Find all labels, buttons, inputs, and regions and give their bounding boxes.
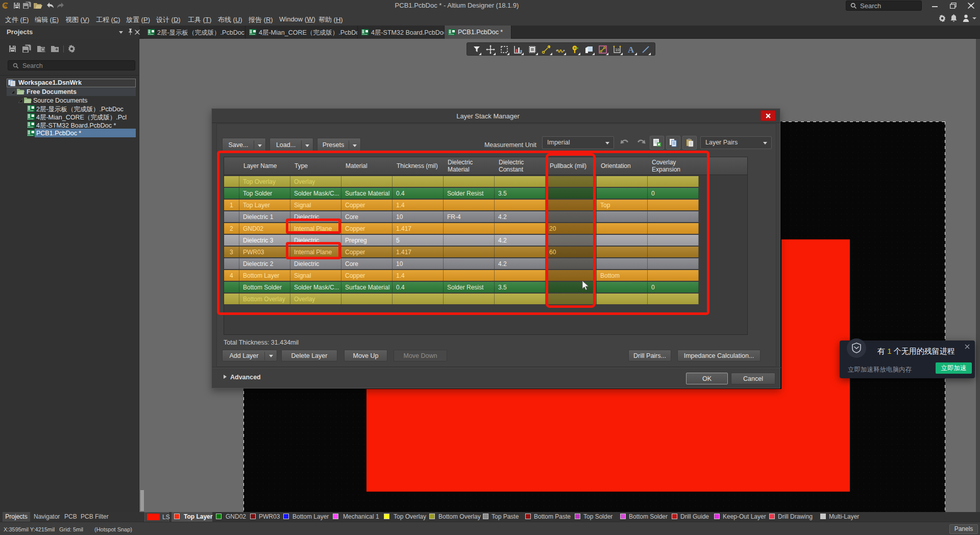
- svg-text:A: A: [628, 45, 634, 55]
- svg-text:10: 10: [616, 48, 620, 52]
